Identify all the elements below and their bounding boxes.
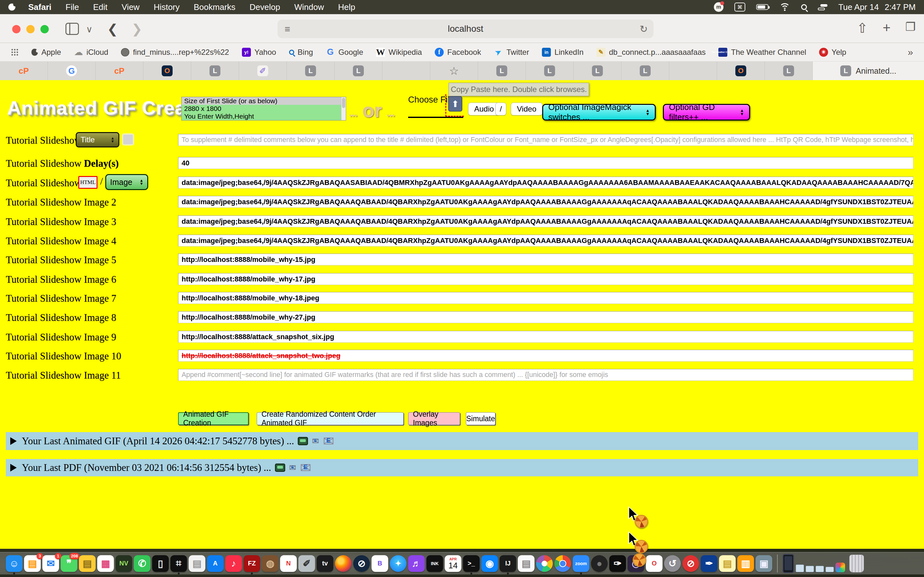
pinned-tab-star[interactable]: ☆ [430, 61, 478, 80]
row-input[interactable]: 40 [178, 157, 913, 169]
row-input[interactable]: http://localhost:8888/mobile_why-18.jpeg [178, 292, 913, 304]
pinned-tab-l[interactable]: L [191, 61, 239, 80]
pinned-tab-brush[interactable]: ✐ [239, 61, 287, 80]
menu-bar-clock[interactable]: Tue Apr 14 2:47 PM [838, 2, 916, 12]
minimize-window-button[interactable] [26, 25, 35, 33]
bookmark-item[interactable]: The Weather ChannelThe Weather Channel [718, 48, 806, 57]
pinned-tab-blank[interactable] [383, 61, 430, 80]
dock-news-icon[interactable]: N [280, 555, 297, 572]
dock-firefox-icon[interactable] [335, 555, 352, 572]
dock-blue-pen-icon[interactable]: ✒ [701, 555, 717, 572]
screen-icon[interactable] [275, 464, 285, 472]
menu-item-safari[interactable]: Safari [28, 2, 51, 12]
dock-phone-black-icon[interactable]: ▯ [152, 555, 169, 572]
pinned-tab-l[interactable]: L [765, 61, 813, 80]
upload-dropzone[interactable]: ⬆ [445, 94, 464, 117]
size-option[interactable]: 2880 x 1800 [182, 105, 346, 113]
dock-phone-screenshot-thumb[interactable] [782, 554, 794, 573]
pinned-tab-cp[interactable]: cP [0, 61, 48, 80]
pinned-tab-blank[interactable] [669, 61, 717, 80]
bookmark-item[interactable]: Bing [289, 48, 313, 57]
reader-icon[interactable]: ≡ [284, 24, 290, 35]
dock-filezilla-icon[interactable]: FZ [244, 555, 260, 572]
menu-item-window[interactable]: Window [294, 2, 324, 12]
dock-ink-app-icon[interactable]: INK [426, 555, 443, 572]
dock-palette-icon[interactable] [536, 555, 553, 572]
apple-menu-icon[interactable] [8, 3, 15, 11]
bookmark-item[interactable]: inLinkedIn [542, 48, 583, 57]
disclosure-triangle-icon[interactable] [10, 464, 17, 472]
dock-feather-app-icon[interactable]: ✑ [609, 555, 626, 572]
pinned-tab-l[interactable]: L [622, 61, 669, 80]
dock-document-icon[interactable]: ▤ [189, 555, 205, 572]
menu-item-file[interactable]: File [65, 2, 79, 12]
screen-icon[interactable] [298, 437, 308, 445]
sidebar-chevron-icon[interactable]: ∨ [86, 24, 93, 35]
email-icon[interactable]: ✉ [323, 434, 334, 449]
control-center-icon[interactable] [818, 3, 827, 11]
active-tab[interactable]: LAnimated... [813, 61, 924, 80]
menu-item-bookmarks[interactable]: Bookmarks [194, 2, 236, 12]
imagemagick-switches-select[interactable]: Optional ImageMagick switches ... ▲▼ [542, 104, 656, 121]
bookmark-item[interactable] [11, 48, 19, 56]
dock-calendar-icon[interactable]: APR14 [445, 555, 461, 572]
pinned-tab-l[interactable]: L [478, 61, 526, 80]
row-input[interactable]: Append #comment[~second line] for animat… [178, 369, 913, 381]
wifi-icon[interactable] [779, 3, 790, 11]
dock-safari-icon[interactable]: ✦ [390, 555, 407, 572]
share-button[interactable]: ⇧ [857, 20, 868, 36]
color-swatch[interactable] [122, 133, 134, 145]
pinned-tab-o[interactable]: O [144, 61, 191, 80]
bookmark-item[interactable]: ➤Twitter [494, 48, 529, 57]
slide-size-listbox[interactable]: Size of First Slide (or as below) 2880 x… [181, 97, 346, 121]
dock-brown-app-icon[interactable]: ◍ [262, 555, 278, 572]
dock-pages-doc-icon[interactable]: ▤ [518, 555, 535, 572]
video-button[interactable]: Video [511, 103, 543, 115]
row-input[interactable]: data:image/jpeg;base64,/9j/4AAQSkZJRgABA… [178, 196, 913, 208]
tab-overview-button[interactable]: ❐ [905, 20, 916, 36]
address-bar[interactable]: ≡ localhost ↻ [278, 19, 654, 38]
row-input[interactable]: To supplement # delimited comments below… [178, 134, 913, 146]
dock-orange-app-icon[interactable]: ▥ [737, 555, 754, 572]
dock-messages-icon[interactable]: ❞208 [61, 555, 78, 572]
dock-podcasts-icon[interactable]: ♬ [408, 555, 425, 572]
row-input[interactable]: data:image/jpeg;base64,/9j/4AAQSkZJRgABA… [178, 177, 913, 189]
dock-minimized-window[interactable] [796, 564, 804, 572]
sidebar-toggle-icon[interactable] [65, 23, 79, 35]
pinned-tab-l[interactable]: L [573, 61, 622, 80]
dock-facetime-icon[interactable]: ✆ [134, 555, 150, 572]
dock-finder-icon[interactable]: ☺ [6, 555, 23, 572]
size-option[interactable]: You Enter Width,Height [182, 113, 346, 120]
bookmark-item[interactable]: Apple [31, 48, 61, 57]
dock-minimized-window[interactable] [806, 566, 814, 572]
bookmark-item[interactable]: WWikipedia [376, 48, 422, 57]
dock-apple-tv-icon[interactable]: tv [317, 555, 333, 572]
battery-icon[interactable] [756, 4, 768, 10]
pinned-tab-l[interactable]: L [334, 61, 383, 80]
row-input[interactable]: http://localhost:8888/mobile_why-15.jpg [178, 253, 913, 266]
dock-music-icon[interactable]: ♪ [225, 555, 242, 572]
upload-arrow-icon[interactable]: ⬆ [448, 96, 462, 111]
dock-stickies-icon[interactable]: ▤ [719, 555, 736, 572]
menu-item-help[interactable]: Help [338, 2, 355, 12]
dock-chrome-icon[interactable] [554, 555, 571, 572]
dock-red-blocked-icon[interactable]: ⊘ [682, 555, 699, 572]
size-option[interactable]: Size of First Slide (or as below) [182, 97, 346, 105]
bookmarks-overflow-chevron[interactable]: » [908, 47, 913, 58]
row-input[interactable]: http://localhost:8888/mobile_why-27.jpg [178, 311, 913, 323]
menu-item-edit[interactable]: Edit [93, 2, 107, 12]
create-randomized-content-order-animated-gif-button[interactable]: Create Randomized Content Order Animated… [257, 412, 404, 425]
keyboard-switcher-icon[interactable]: ⌘ [734, 3, 745, 11]
details-bar[interactable]: Your Last PDF (November 03 2021 06:14:56… [6, 459, 918, 476]
pinned-tab-cp[interactable]: cP [95, 61, 144, 80]
html-button[interactable]: HTML [78, 176, 97, 189]
dock-notes-icon[interactable]: ▤ [79, 555, 95, 572]
bookmark-item[interactable]: ✳Yelp [819, 48, 846, 57]
dock-intellij-icon[interactable]: IJ [499, 555, 516, 572]
dock-airbrush-icon[interactable]: ✐ [298, 555, 315, 572]
dock-minimized-color-doc[interactable] [835, 562, 845, 572]
listbox-scrollbar[interactable] [341, 97, 346, 120]
bookmark-item[interactable]: y!Yahoo [242, 48, 276, 57]
row-input[interactable]: http://localhost:8888/attack_snapshot_tw… [178, 350, 913, 362]
bookmark-item[interactable]: ☁iCloud [74, 48, 108, 57]
